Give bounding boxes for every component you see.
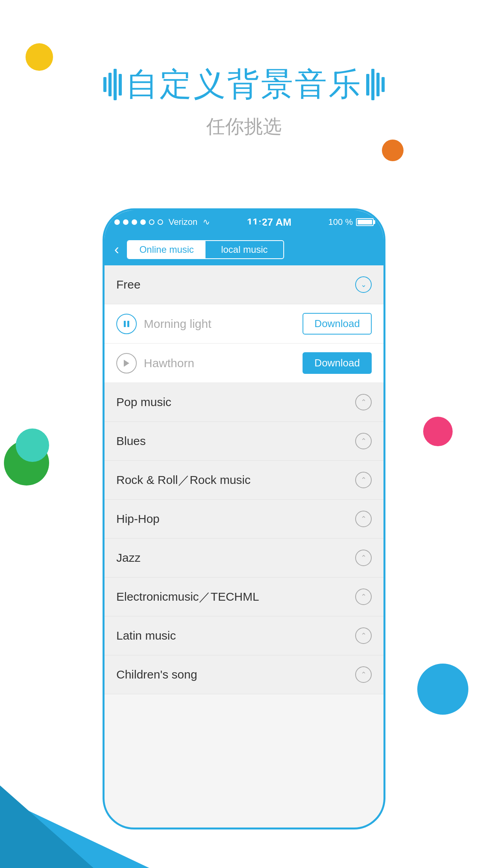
category-pop-label: Pop music (116, 395, 355, 409)
music-list: Free ⌄ Morning light Download (105, 265, 383, 694)
song-morning-light: Morning light Download (105, 304, 383, 344)
category-rock[interactable]: Rock & Roll／Rock music ⌃ (105, 461, 383, 500)
back-button[interactable]: ‹ (114, 241, 119, 258)
phone-top-bar (105, 210, 383, 236)
download-button-morning-light[interactable]: Download (303, 313, 372, 335)
song-hawthorn: Hawthorn Download (105, 344, 383, 383)
download-button-hawthorn[interactable]: Download (303, 352, 372, 374)
category-pop[interactable]: Pop music ⌃ (105, 383, 383, 422)
chevron-up-icon-rock[interactable]: ⌃ (355, 472, 372, 488)
phone-frame: Verizon ∿ 11:27 AM 100 % ‹ Online music … (103, 208, 385, 829)
category-latin[interactable]: Latin music ⌃ (105, 616, 383, 655)
header-section: 自定义背景音乐 任你挑选 (0, 63, 488, 139)
chevron-up-icon-blues[interactable]: ⌃ (355, 433, 372, 449)
deco-green-light-circle (16, 428, 49, 462)
phone-camera (213, 217, 220, 224)
deco-blue-circle (417, 664, 468, 715)
category-jazz-label: Jazz (116, 551, 355, 565)
category-latin-label: Latin music (116, 629, 355, 642)
category-children-label: Children's song (116, 668, 355, 681)
tab-group: Online music local music (127, 240, 284, 259)
category-jazz[interactable]: Jazz ⌃ (105, 539, 383, 577)
svg-rect-0 (124, 321, 126, 327)
nav-bar: ‹ Online music local music (105, 234, 383, 265)
category-blues-label: Blues (116, 434, 355, 448)
category-hiphop-label: Hip-Hop (116, 512, 355, 526)
category-children[interactable]: Children's song ⌃ (105, 655, 383, 694)
play-icon (123, 359, 130, 367)
chevron-down-icon[interactable]: ⌄ (355, 276, 372, 293)
pause-icon (122, 320, 131, 328)
chevron-up-icon-electronic[interactable]: ⌃ (355, 588, 372, 605)
chevron-up-icon-hiphop[interactable]: ⌃ (355, 511, 372, 527)
waveform-right-icon (366, 69, 385, 100)
svg-marker-2 (124, 360, 129, 367)
deco-orange-circle (382, 140, 404, 161)
category-electronic-label: Electronicmusic／TECHML (116, 589, 355, 605)
deco-pink-circle (423, 417, 453, 446)
category-rock-label: Rock & Roll／Rock music (116, 472, 355, 488)
chevron-up-icon-children[interactable]: ⌃ (355, 666, 372, 683)
phone-speaker (224, 224, 264, 228)
chevron-up-icon-jazz[interactable]: ⌃ (355, 550, 372, 566)
song-name-hawthorn: Hawthorn (144, 357, 303, 370)
main-title: 自定义背景音乐 (0, 63, 488, 106)
title-text: 自定义背景音乐 (126, 63, 362, 106)
phone-mockup: Verizon ∿ 11:27 AM 100 % ‹ Online music … (103, 208, 385, 829)
category-electronic[interactable]: Electronicmusic／TECHML ⌃ (105, 577, 383, 616)
category-hiphop[interactable]: Hip-Hop ⌃ (105, 500, 383, 539)
tab-online-music[interactable]: Online music (128, 241, 205, 258)
subtitle-text: 任你挑选 (0, 114, 488, 139)
chevron-up-icon-pop[interactable]: ⌃ (355, 394, 372, 410)
svg-rect-1 (127, 321, 129, 327)
song-name-morning-light: Morning light (144, 317, 303, 331)
play-button-hawthorn[interactable] (116, 353, 137, 373)
chevron-up-icon-latin[interactable]: ⌃ (355, 627, 372, 644)
tab-local-music[interactable]: local music (205, 241, 283, 258)
category-free-label: Free (116, 278, 355, 291)
pause-button-morning-light[interactable] (116, 314, 137, 334)
waveform-left-icon (103, 69, 122, 100)
category-free[interactable]: Free ⌄ (105, 265, 383, 304)
category-blues[interactable]: Blues ⌃ (105, 422, 383, 461)
